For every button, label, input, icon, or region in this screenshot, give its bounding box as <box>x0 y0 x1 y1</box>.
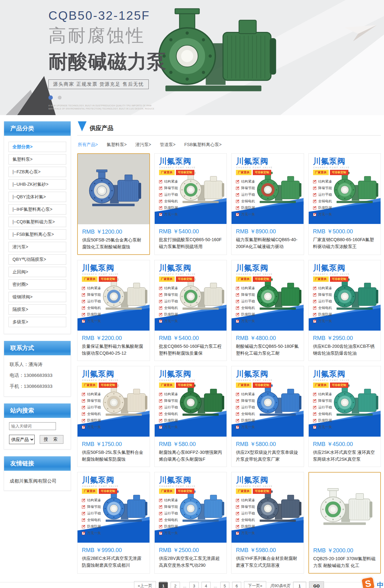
product-title-link[interactable]: CQB25-20-100F 370W氟塑料磁力泵 耐酸碱磁力泵 化工 <box>309 555 381 573</box>
sidebar-category-9[interactable]: QBY气动隔膜泵> <box>8 254 66 265</box>
product-card-8[interactable]: 川氟泵阀CHUANFU PUMP VALVE厂家直供可非标定制结构紧凑降噪节能运… <box>77 366 150 467</box>
product-card-3[interactable]: 川氟泵阀CHUANFU PUMP VALVE厂家直供可非标定制结构紧凑降噪节能运… <box>308 153 381 255</box>
check-icon <box>82 320 85 323</box>
check-icon <box>313 399 316 403</box>
sidebar-category-7[interactable]: |--FSB氟塑料离心泵> <box>8 229 66 240</box>
search-button[interactable]: 搜 索 <box>40 435 63 444</box>
sidebar-category-4[interactable]: |--QBY流体衬氟> <box>8 192 66 202</box>
product-card-5[interactable]: 川氟泵阀CHUANFU PUMP VALVE厂家直供可非标定制结构紧凑降噪节能运… <box>154 260 227 361</box>
feature-item: 结构紧凑 <box>236 498 255 503</box>
sidebar-category-10[interactable]: 止回阀> <box>8 267 66 277</box>
feature-item: 万无一失 <box>82 425 101 429</box>
product-title-link[interactable]: 供应2BEC水环式真空泵无泄露防腐蚀耐磨真空泵成都川 <box>77 555 150 573</box>
product-card-6[interactable]: 川氟泵阀CHUANFU PUMP VALVE厂家直供可非标定制结构紧凑降噪节能运… <box>231 260 304 361</box>
product-card-7[interactable]: 川氟泵阀CHUANFU PUMP VALVE厂家直供可非标定制结构紧凑降噪节能运… <box>308 260 381 361</box>
sidebar-category-13[interactable]: 隔膜泵> <box>8 304 66 315</box>
badge: 厂家直供 <box>159 383 175 388</box>
sidebar-category-6[interactable]: |--CQB氟塑料磁力泵> <box>8 217 66 227</box>
product-card-14[interactable]: 川氟泵阀CHUANFU PUMP VALVE厂家直供可非标定制结构紧凑降噪节能运… <box>231 472 304 574</box>
friend-link-0[interactable]: 成都川氟泵阀有限公司 <box>4 474 71 486</box>
filter-link-4[interactable]: FSB氟塑料离心泵> <box>184 142 222 148</box>
filter-link-0[interactable]: 所有产品> <box>78 142 98 148</box>
product-title-link[interactable]: 供应2SK水环式真空泵 液环真空泵两级水环式2SK真空泵 <box>309 449 381 467</box>
check-icon <box>159 512 162 515</box>
check-icon <box>313 413 316 416</box>
hero-banner: CQB50-32-125F 高耐腐蚀性 耐酸碱磁力泵 源头商家 正规发票 货源充… <box>0 0 384 115</box>
feature-item: 防腐防漏 <box>159 418 178 423</box>
feature-item: 降噪节能 <box>313 292 332 297</box>
brand-badges: 厂家直供可非标定制 <box>313 383 348 388</box>
product-title-link[interactable]: 供应50FSB-25氟合金离心泵耐腐蚀化工泵耐酸碱耐腐蚀 <box>78 237 149 254</box>
product-grid: RMB ￥1200.00供应50FSB-25氟合金离心泵耐腐蚀化工泵耐酸碱耐腐蚀… <box>77 153 381 574</box>
check-icon <box>82 519 85 522</box>
product-title-link[interactable]: 磁力泵氟塑料耐酸碱CQB65-40-200FA化工碱液磁力驱动 <box>232 236 304 254</box>
check-icon <box>236 499 239 502</box>
page-button-4[interactable]: 4 <box>202 582 211 588</box>
sidebar-category-12[interactable]: 锻钢球阀> <box>8 292 66 302</box>
badge: 厂家直供 <box>236 489 252 494</box>
carousel-dot-active[interactable] <box>48 95 53 100</box>
product-card-12[interactable]: 川氟泵阀CHUANFU PUMP VALVE厂家直供可非标定制结构紧凑降噪节能运… <box>77 472 150 574</box>
check-icon <box>159 406 162 409</box>
product-price: RMB ￥1750.00 <box>77 437 150 449</box>
check-icon <box>159 293 162 297</box>
product-title-link[interactable]: 供应2X型双级旋片真空泵单级旋片泵皮带轮真空泵厂家 <box>232 449 304 467</box>
page-button-3[interactable]: 3 <box>189 582 198 588</box>
sidebar-category-2[interactable]: |--FZB离心泵> <box>8 167 66 177</box>
filter-link-1[interactable]: 氟塑料泵> <box>107 142 127 148</box>
product-title-link[interactable]: 质量保证氟塑料磁力氢氟酸耐腐蚀驱动泵CQB40-25-12 <box>77 343 150 361</box>
product-card-2[interactable]: 川氟泵阀CHUANFU PUMP VALVE厂家直供可非标定制结构紧凑降噪节能运… <box>231 153 304 255</box>
check-icon <box>313 307 316 310</box>
page-button-2[interactable]: 2 <box>171 582 180 588</box>
sidebar-category-0[interactable]: 全部分类> <box>8 142 66 152</box>
check-icon <box>236 393 239 396</box>
product-title-link[interactable]: 耐酸碱磁力泵CQB65-50-180F氟塑料化工磁力泵化工耐 <box>232 343 304 361</box>
product-title-link[interactable]: 供应YHF系列氟合金材质耐腐耐磨液下泵立式无阻塞液 <box>232 555 304 573</box>
product-card-11[interactable]: 川氟泵阀CHUANFU PUMP VALVE厂家直供可非标定制结构紧凑降噪节能运… <box>308 366 381 467</box>
sidebar-category-8[interactable]: 潜污泵> <box>8 242 66 252</box>
sidebar-category-14[interactable]: 多级泵> <box>8 317 66 327</box>
category-panel-title: 产品分类 <box>4 121 71 136</box>
check-icon <box>159 180 162 183</box>
feature-item: 万无一失 <box>82 531 101 535</box>
product-card-9[interactable]: 川氟泵阀CHUANFU PUMP VALVE厂家直供可非标定制结构紧凑降噪节能运… <box>154 366 227 467</box>
feature-item: 运行平稳 <box>159 192 178 197</box>
product-card-10[interactable]: 川氟泵阀CHUANFU PUMP VALVE厂家直供可非标定制结构紧凑降噪节能运… <box>231 366 304 467</box>
page-button-1[interactable]: 1 <box>159 582 168 588</box>
product-title-link[interactable]: 供应2BV真空泵化工泵无泄露超高真空度热水泵气动290 <box>155 555 227 573</box>
brand-logo: 川氟泵阀 <box>313 263 346 273</box>
sogou-s-icon[interactable]: S <box>361 576 375 588</box>
page-button-6[interactable]: 6 <box>232 582 241 588</box>
sidebar-category-3[interactable]: |--UHB-ZK衬氟砂> <box>8 179 66 190</box>
ime-badge[interactable]: S 中 <box>362 577 384 588</box>
product-card-1[interactable]: 川氟泵阀CHUANFU PUMP VALVE厂家直供可非标定制结构紧凑降噪节能运… <box>154 153 227 255</box>
page-button-5[interactable]: 5 <box>220 582 229 588</box>
brand-subtitle: CHUANFU PUMP VALVE <box>313 273 350 275</box>
page-number-input[interactable] <box>293 582 306 588</box>
search-category-select[interactable]: 供应产品 <box>9 435 35 444</box>
main-titlebar: 供应产品 <box>77 121 381 136</box>
check-icon <box>236 287 239 290</box>
product-title-link[interactable]: 供应50FSB-25L泵头氟塑料合金耐腐蚀耐酸碱泵防腐蚀 <box>77 449 150 467</box>
product-title-link[interactable]: 批发打抽硫酸泵CQB65-50-160F磁力泵氟塑料脱硫塔用 <box>155 236 227 254</box>
feature-item: 运行平稳 <box>159 405 178 410</box>
brand-logo: 川氟泵阀 <box>313 156 346 166</box>
product-title-link[interactable]: 批发CQB65-50-160F磁力泵工程塑料塑料耐腐蚀质量保 <box>155 343 227 361</box>
product-card-15[interactable]: RMB ￥2000.00CQB25-20-100F 370W氟塑料磁力泵 耐酸碱… <box>308 472 381 574</box>
product-card-0[interactable]: RMB ￥1200.00供应50FSB-25氟合金离心泵耐腐蚀化工泵耐酸碱耐腐蚀 <box>77 153 150 255</box>
check-icon <box>159 532 162 535</box>
sidebar-category-1[interactable]: 氟塑料泵> <box>8 154 66 165</box>
product-title-link[interactable]: 供应KCB-200齿轮油泵KCB不锈钢齿轮油泵防爆齿轮油 <box>309 343 381 361</box>
feature-item: 万无一失 <box>82 319 101 323</box>
sidebar-category-11[interactable]: 密封圈> <box>8 279 66 290</box>
product-card-13[interactable]: 川氟泵阀CHUANFU PUMP VALVE厂家直供可非标定制结构紧凑降噪节能运… <box>154 472 227 574</box>
carousel-dot[interactable] <box>58 96 62 99</box>
filter-link-2[interactable]: 潜污泵> <box>135 142 151 148</box>
product-title-link[interactable]: 耐腐蚀离心泵80FPZ-30增强聚丙烯自吸离心泵头耐腐蚀F <box>155 449 227 467</box>
search-input[interactable] <box>9 422 56 430</box>
product-title-link[interactable]: 厂家直销CQB80-65-160FA氟塑料驱动磁力泵浓酸泵王 <box>309 236 381 254</box>
sidebar-category-5[interactable]: |--IHF氟塑料离心泵> <box>8 204 66 215</box>
filter-link-3[interactable]: 管道泵> <box>160 142 176 148</box>
brand-badges: 厂家直供可非标定制 <box>159 383 194 388</box>
product-card-4[interactable]: 川氟泵阀CHUANFU PUMP VALVE厂家直供可非标定制结构紧凑降噪节能运… <box>77 260 150 361</box>
